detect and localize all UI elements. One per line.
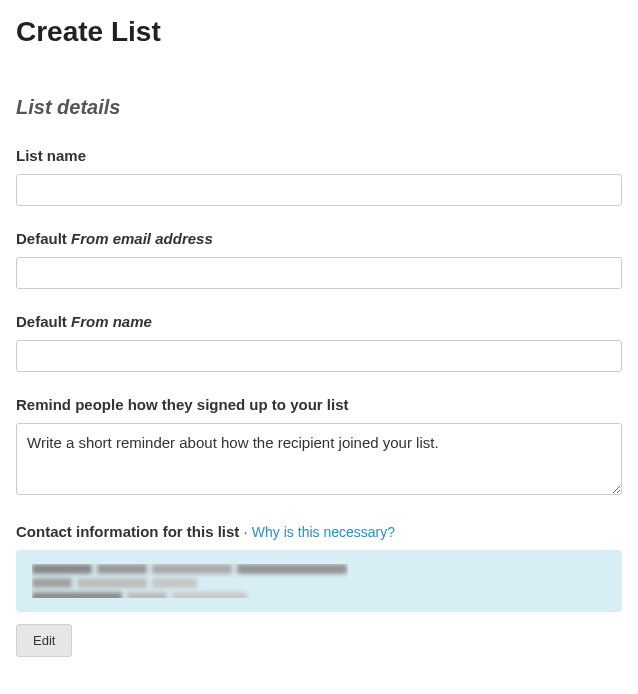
from-email-label-italic: From email address: [71, 230, 213, 247]
form-group-reminder: Remind people how they signed up to your…: [16, 396, 622, 499]
page-title: Create List: [16, 16, 622, 48]
edit-contact-button[interactable]: Edit: [16, 624, 72, 657]
form-group-contact: Contact information for this list · Why …: [16, 523, 622, 657]
reminder-textarea[interactable]: Write a short reminder about how the rec…: [16, 423, 622, 495]
contact-info-box: [16, 550, 622, 612]
reminder-label: Remind people how they signed up to your…: [16, 396, 622, 413]
from-name-label-prefix: Default: [16, 313, 71, 330]
from-name-label: Default From name: [16, 313, 622, 330]
from-email-label: Default From email address: [16, 230, 622, 247]
list-name-input[interactable]: [16, 174, 622, 206]
contact-separator: ·: [239, 523, 252, 540]
contact-info-redacted: [32, 564, 348, 598]
form-group-list-name: List name: [16, 147, 622, 206]
contact-info-label: Contact information for this list · Why …: [16, 523, 622, 540]
contact-info-text: Contact information for this list: [16, 523, 239, 540]
list-name-label: List name: [16, 147, 622, 164]
from-email-input[interactable]: [16, 257, 622, 289]
from-email-label-prefix: Default: [16, 230, 71, 247]
section-list-details-title: List details: [16, 96, 622, 119]
from-name-input[interactable]: [16, 340, 622, 372]
form-group-from-name: Default From name: [16, 313, 622, 372]
from-name-label-italic: From name: [71, 313, 152, 330]
form-group-from-email: Default From email address: [16, 230, 622, 289]
contact-help-link[interactable]: Why is this necessary?: [252, 524, 395, 540]
